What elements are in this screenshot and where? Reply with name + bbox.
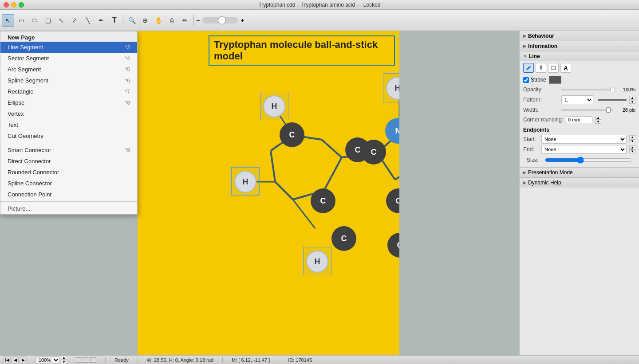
print-btn[interactable]: ⎙ [166,14,178,27]
behaviour-header[interactable]: ▶ Behaviour [520,31,639,41]
nav-next[interactable]: ▶ [20,356,27,364]
atom-C-3: C [361,140,386,164]
zoom-fit-btn[interactable]: ⊕ [139,14,151,27]
width-slider[interactable] [561,109,613,111]
select-tool[interactable]: ↖ [2,14,14,27]
svg-line-5 [322,140,342,157]
text-tool[interactable]: T [108,14,121,27]
end-stepper[interactable]: ▲ ▼ [629,145,635,153]
atom-C-7: C [331,226,356,251]
pattern-down[interactable]: ▼ [629,100,635,104]
zoom-slider[interactable] [202,17,238,23]
menu-item-vertex[interactable]: Vertex [0,108,137,119]
end-down[interactable]: ▼ [629,149,635,153]
information-header[interactable]: ▶ Information [520,41,639,51]
stroke-color-swatch[interactable] [549,76,561,84]
close-button[interactable] [4,2,9,8]
menu-shortcut-arc: ^5 [125,67,130,73]
corner-rounding-input[interactable] [566,116,592,123]
connector-tool-1[interactable]: ⤡ [55,14,67,27]
line-triangle: ▼ [523,54,527,59]
presentation-mode-row[interactable]: ▶ Presentation Mode [520,167,639,177]
maximize-button[interactable] [19,2,24,8]
zoom-plus-icon[interactable]: + [241,17,244,24]
nav-first[interactable]: |◀ [4,356,11,364]
menu-item-sector-segment[interactable]: Sector Segment ^4 [0,53,137,64]
menu-shortcut-spline: ^6 [125,78,130,84]
line-header[interactable]: ▼ Line [520,51,639,61]
line-icon-pen[interactable] [523,63,534,73]
menu-item-text[interactable]: Text [0,119,137,130]
start-down[interactable]: ▼ [629,139,635,143]
nav-arrows: |◀ ◀ ▶ [4,356,27,364]
zoom-out-btn[interactable]: 🔍 [126,14,138,27]
main-area: New Page Line Segment ^3 Sector Segment … [0,31,639,355]
status-id: ID: 170145 [288,357,312,363]
ellipse-tool[interactable]: ⬭ [28,14,41,27]
start-up[interactable]: ▲ [629,135,635,139]
behaviour-section: ▶ Behaviour [520,31,639,41]
titlebar: Tryptophan.cdd – Tryptophan amino acid —… [0,0,639,10]
dynamic-help-label: Dynamic Help [528,180,561,186]
behaviour-label: Behaviour [528,33,554,39]
zoom-stepper[interactable]: ▲ ▼ [61,356,67,364]
menu-label-sector-segment: Sector Segment [8,55,49,62]
line-icon-bucket[interactable] [536,63,546,73]
pattern-stepper[interactable]: ▲ ▼ [629,96,635,104]
menu-item-spline-connector[interactable]: Spline Connector [0,178,137,189]
pattern-up[interactable]: ▲ [629,96,635,100]
start-endpoint-row: Start: None Arrow Circle ▲ ▼ [523,135,635,144]
line-icon-text-a[interactable]: A [560,63,571,73]
canvas-area: New Page Line Segment ^3 Sector Segment … [0,31,519,355]
menu-label-spline-segment: Spline Segment [8,77,48,84]
menu-item-smart-connector[interactable]: Smart Connector ^9 [0,145,137,156]
menu-item-line-segment[interactable]: Line Segment ^3 [0,42,137,53]
connector-tool-2[interactable]: ⤢ [68,14,81,27]
pen-tool[interactable]: ✒ [95,14,107,27]
end-up[interactable]: ▲ [629,145,635,149]
menu-item-ellipse[interactable]: Ellipse ^8 [0,97,137,108]
rounded-rect-tool[interactable]: ▢ [42,14,54,27]
status-mouse: M: [ 6.12, -11.47 ] [232,357,270,363]
menu-item-connection-point[interactable]: Connection Point [0,189,137,200]
edit-btn[interactable]: ✏ [179,14,191,27]
zoom-down[interactable]: ▼ [61,360,67,364]
menu-item-rectangle[interactable]: Rectangle ^7 [0,86,137,97]
stroke-label[interactable]: Stroke [523,77,546,83]
menu-item-spline-segment[interactable]: Spline Segment ^6 [0,75,137,86]
stroke-checkbox[interactable] [523,77,529,83]
size-slider[interactable] [545,157,632,164]
corner-up[interactable]: ▲ [595,116,601,120]
start-select[interactable]: None Arrow Circle [541,135,627,144]
size-row: Size: [523,155,635,165]
menu-item-cut-geometry[interactable]: Cut Geometry [0,130,137,141]
rect-tool[interactable]: ▭ [15,14,28,27]
menu-shortcut-rect: ^7 [125,89,130,95]
end-endpoint-row: End: None Arrow Circle ▲ ▼ [523,145,635,154]
dynamic-help-row[interactable]: ▶ Dynamic Help [520,177,639,188]
document-canvas[interactable]: Tryptophan molecule ball-and-stick model [138,31,399,355]
minimize-button[interactable] [11,2,16,8]
zoom-up[interactable]: ▲ [61,356,67,360]
line-icon-rect[interactable] [548,63,559,73]
menu-item-arc-segment[interactable]: Arc Segment ^5 [0,64,137,75]
svg-line-2 [275,182,293,200]
nav-prev[interactable]: ◀ [12,356,19,364]
corner-down[interactable]: ▼ [595,120,601,124]
zoom-select[interactable]: 100% 75% 50% [36,356,60,364]
line-tool[interactable]: ╲ [82,14,94,27]
menu-item-direct-connector[interactable]: Direct Connector [0,156,137,167]
start-stepper[interactable]: ▲ ▼ [629,135,635,143]
menu-item-rounded-connector[interactable]: Rounded Connector [0,167,137,178]
end-select[interactable]: None Arrow Circle [541,145,627,154]
zoom-minus-icon[interactable]: − [196,17,200,24]
toolbar: ↖ ▭ ⬭ ▢ ⤡ ⤢ ╲ ✒ T 🔍 ⊕ ✋ ⎙ ✏ − + [0,10,639,31]
opacity-slider[interactable] [561,89,615,90]
behaviour-triangle: ▶ [523,34,526,38]
menu-separator-2 [0,201,137,202]
pattern-select[interactable]: 1: 2: 3: [561,95,593,104]
corner-rounding-stepper[interactable]: ▲ ▼ [595,116,601,124]
scroll-tool[interactable]: ✋ [152,14,165,27]
menu-label-rectangle: Rectangle [8,88,34,95]
menu-item-picture[interactable]: Picture... [0,203,137,214]
